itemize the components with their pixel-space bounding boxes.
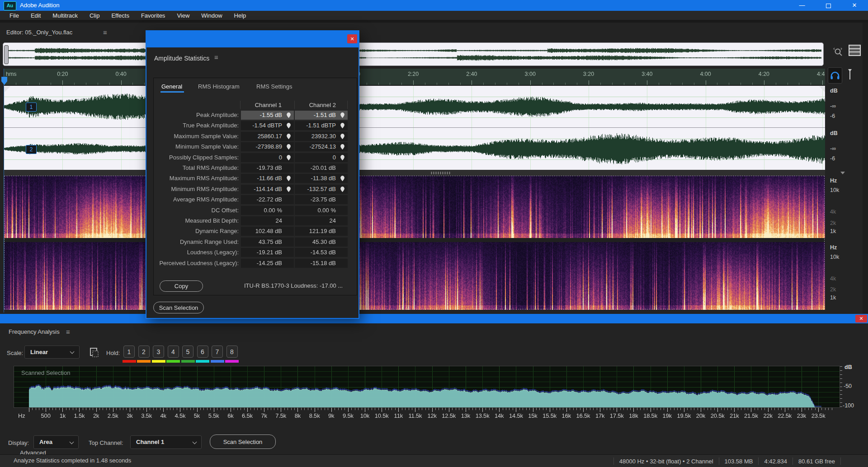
copy-button[interactable]: Copy — [160, 280, 203, 292]
stat-value-ch2[interactable]: -1.51 dB — [295, 111, 348, 120]
pin-icon[interactable] — [340, 112, 345, 118]
pin-icon[interactable] — [286, 122, 291, 128]
overview-waveform-canvas[interactable] — [3, 43, 823, 65]
overview-left-handle[interactable] — [4, 45, 9, 64]
scale-divider-icon[interactable] — [840, 172, 845, 174]
stat-value-ch2[interactable]: -14.53 dB — [295, 248, 348, 257]
scan-selection-button[interactable]: Scan Selection — [153, 302, 204, 313]
stat-value-ch2[interactable]: 121.19 dB — [295, 227, 348, 236]
stat-value-ch2[interactable]: 0.00 % — [295, 206, 348, 215]
pin-icon[interactable] — [286, 144, 291, 149]
tab-rms-settings[interactable]: RMS Settings — [256, 83, 292, 90]
pin-icon[interactable] — [340, 122, 345, 128]
spectrogram-ch2-canvas[interactable] — [4, 242, 825, 310]
pin-icon[interactable] — [340, 154, 345, 160]
pin-icon[interactable] — [340, 133, 345, 139]
menu-window[interactable]: Window — [195, 12, 228, 19]
pin-icon[interactable] — [340, 175, 345, 181]
stat-value-ch1[interactable]: -22.72 dB — [241, 195, 294, 204]
tab-rms-histogram[interactable]: RMS Histogram — [198, 83, 240, 90]
pin-icon[interactable] — [286, 186, 291, 192]
marker-pin-icon[interactable] — [846, 68, 854, 83]
dialog-title-bar[interactable] — [146, 31, 359, 47]
channel-2-badge[interactable]: 2 — [26, 145, 37, 154]
frequency-plot[interactable]: Scanned Selection — [14, 366, 840, 408]
stat-value-ch2[interactable]: -132.57 dB — [295, 185, 348, 194]
frequency-panel-menu-icon[interactable]: ≡ — [66, 328, 70, 336]
editor-tab[interactable]: Editor: 05._Only_You.flac — [6, 29, 72, 36]
frequency-panel-tab[interactable]: Frequency Analysis — [9, 328, 60, 335]
hold-button-4[interactable]: 4 — [168, 346, 179, 358]
selection-handle-right-icon[interactable] — [819, 86, 825, 92]
stat-value-ch1[interactable]: 102.48 dB — [241, 227, 294, 236]
minimize-button[interactable]: — — [789, 0, 815, 11]
stat-value-ch1[interactable]: -11.66 dB — [241, 174, 294, 183]
dialog-close-button[interactable]: ✕ — [347, 34, 357, 43]
freq-scan-selection-button[interactable]: Scan Selection — [210, 434, 276, 449]
timeline-ruler[interactable]: hms 0:200:401:001:201:402:002:202:403:00… — [4, 69, 825, 86]
pin-icon[interactable] — [340, 144, 345, 149]
channel-1-badge[interactable]: 1 — [26, 103, 37, 112]
stat-value-ch2[interactable]: -27524.13 — [295, 142, 348, 151]
menu-file[interactable]: File — [4, 12, 25, 19]
menu-help[interactable]: Help — [228, 12, 252, 19]
stat-value-ch2[interactable]: 0 — [295, 153, 348, 162]
top-channel-dropdown[interactable]: Channel 1 — [130, 435, 202, 449]
pin-icon[interactable] — [286, 175, 291, 181]
pin-icon[interactable] — [286, 154, 291, 160]
editor-panel-menu-icon[interactable]: ≡ — [103, 28, 107, 36]
layout-rows-icon[interactable] — [848, 44, 862, 59]
stat-value-ch1[interactable]: -14.25 dB — [241, 259, 294, 268]
stat-value-ch2[interactable]: -11.38 dB — [295, 174, 348, 183]
close-button[interactable]: ✕ — [842, 0, 867, 11]
panel-close-button[interactable]: ✕ — [855, 315, 867, 322]
pin-icon[interactable] — [286, 133, 291, 139]
hold-button-6[interactable]: 6 — [197, 346, 208, 358]
menu-view[interactable]: View — [171, 12, 195, 19]
stat-value-ch2[interactable]: 24 — [295, 216, 348, 225]
display-dropdown[interactable]: Area — [33, 435, 79, 449]
stat-value-ch1[interactable]: 43.75 dB — [241, 238, 294, 247]
hold-button-3[interactable]: 3 — [153, 346, 164, 358]
stat-value-ch2[interactable]: 23932.30 — [295, 132, 348, 141]
stat-value-ch2[interactable]: -20.01 dB — [295, 163, 348, 173]
hold-button-7[interactable]: 7 — [212, 346, 223, 358]
scale-dropdown[interactable]: Linear — [24, 346, 80, 359]
stat-value-ch1[interactable]: 0.00 % — [241, 206, 294, 215]
monitor-button[interactable] — [828, 67, 842, 84]
zoom-tool-icon[interactable] — [833, 46, 844, 59]
stat-value-ch2[interactable]: -1.51 dBTP — [295, 121, 348, 130]
stat-value-ch1[interactable]: -1.54 dBTP — [241, 121, 294, 130]
spectrogram-ch1-canvas[interactable] — [4, 176, 825, 238]
hold-button-1[interactable]: 1 — [123, 346, 135, 358]
waveform-spectral-splitter[interactable] — [4, 170, 825, 176]
copy-graph-icon[interactable] — [89, 347, 99, 360]
selection-handle-left-icon[interactable] — [5, 86, 10, 92]
waveform-canvas[interactable] — [4, 86, 825, 170]
menu-favorites[interactable]: Favorites — [135, 12, 171, 19]
hold-button-5[interactable]: 5 — [182, 346, 193, 358]
stat-value-ch2[interactable]: -15.18 dB — [295, 259, 348, 268]
stat-value-ch1[interactable]: 25860.17 — [241, 132, 294, 141]
menu-edit[interactable]: Edit — [25, 12, 47, 19]
hold-button-2[interactable]: 2 — [138, 346, 150, 358]
stat-value-ch1[interactable]: -19.21 dB — [241, 248, 294, 257]
stat-value-ch1[interactable]: 24 — [241, 216, 294, 225]
menu-multitrack[interactable]: Multitrack — [47, 12, 84, 19]
menu-clip[interactable]: Clip — [84, 12, 105, 19]
tab-general[interactable]: General — [161, 83, 182, 90]
maximize-button[interactable] — [816, 0, 841, 11]
stat-value-ch2[interactable]: 45.30 dB — [295, 238, 348, 247]
pin-icon[interactable] — [340, 186, 345, 192]
pin-icon[interactable] — [286, 112, 291, 118]
stat-value-ch1[interactable]: 0 — [241, 153, 294, 162]
stat-value-ch2[interactable]: -23.75 dB — [295, 195, 348, 204]
dialog-panel-menu-icon[interactable]: ≡ — [214, 53, 218, 61]
stat-value-ch1[interactable]: -19.73 dB — [241, 163, 294, 173]
stat-value-ch1[interactable]: -1.55 dB — [241, 111, 294, 120]
menu-effects[interactable]: Effects — [105, 12, 135, 19]
waveform-overview[interactable] — [3, 42, 824, 66]
stat-value-ch1[interactable]: -114.14 dB — [241, 185, 294, 194]
stat-value-ch1[interactable]: -27398.89 — [241, 142, 294, 151]
hold-button-8[interactable]: 8 — [226, 346, 238, 358]
